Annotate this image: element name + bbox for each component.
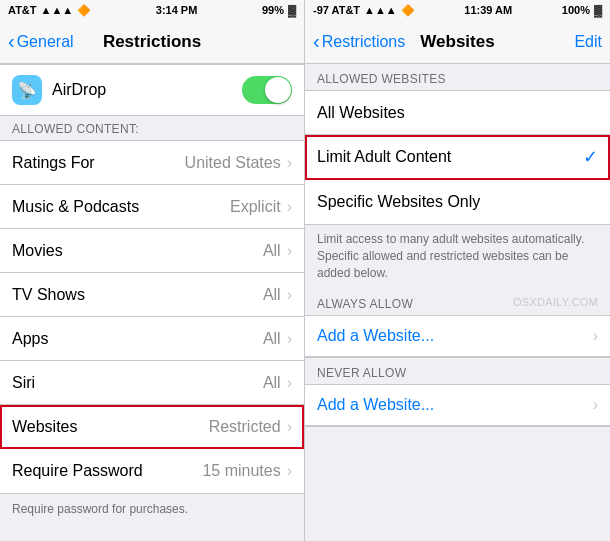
- wifi-icon: 🔶: [77, 4, 91, 17]
- website-options-list: All Websites Limit Adult Content ✓ Speci…: [305, 90, 610, 225]
- always-allow-section: Add a Website... ›: [305, 315, 610, 358]
- limit-adult-content-label: Limit Adult Content: [317, 148, 583, 166]
- apps-label: Apps: [12, 330, 263, 348]
- ratings-for-row[interactable]: Ratings For United States ›: [0, 141, 304, 185]
- right-time-display: 11:39 AM: [464, 4, 512, 16]
- websites-value: Restricted: [209, 418, 281, 436]
- right-battery-icon: ▓: [594, 4, 602, 16]
- tv-shows-row[interactable]: TV Shows All ›: [0, 273, 304, 317]
- require-password-chevron-icon: ›: [287, 462, 292, 480]
- always-allow-header-text: ALWAYS ALLOW: [317, 297, 413, 311]
- never-allow-header: NEVER ALLOW: [305, 358, 610, 384]
- right-nav-title: Websites: [420, 32, 494, 52]
- right-wifi-icon: 🔶: [401, 4, 415, 17]
- never-allow-chevron-icon: ›: [593, 396, 598, 414]
- movies-chevron-icon: ›: [287, 242, 292, 260]
- ratings-for-value: United States: [185, 154, 281, 172]
- never-allow-add-label: Add a Website...: [317, 396, 593, 414]
- left-status-bar: AT&T ▲▲▲ 🔶 3:14 PM 99% ▓: [0, 0, 304, 20]
- apps-chevron-icon: ›: [287, 330, 292, 348]
- music-podcasts-chevron-icon: ›: [287, 198, 292, 216]
- right-status-bar: -97 AT&T ▲▲▲ 🔶 11:39 AM 100% ▓: [305, 0, 610, 20]
- back-button[interactable]: ‹ General: [8, 30, 74, 53]
- movies-row[interactable]: Movies All ›: [0, 229, 304, 273]
- limit-adult-content-option[interactable]: Limit Adult Content ✓: [305, 135, 610, 180]
- checkmark-icon: ✓: [583, 146, 598, 168]
- limit-adult-description: Limit access to many adult websites auto…: [305, 225, 610, 289]
- toggle-knob: [265, 77, 291, 103]
- right-status-bar-right: 100% ▓: [562, 4, 602, 16]
- require-password-value: 15 minutes: [202, 462, 280, 480]
- tv-shows-value: All: [263, 286, 281, 304]
- back-chevron-icon: ‹: [8, 30, 15, 53]
- airdrop-label: AirDrop: [52, 81, 232, 99]
- all-websites-label: All Websites: [317, 104, 598, 122]
- left-nav-title: Restrictions: [103, 32, 201, 52]
- always-allow-chevron-icon: ›: [593, 327, 598, 345]
- siri-value: All: [263, 374, 281, 392]
- music-podcasts-row[interactable]: Music & Podcasts Explicit ›: [0, 185, 304, 229]
- time-display: 3:14 PM: [156, 4, 198, 16]
- tv-shows-chevron-icon: ›: [287, 286, 292, 304]
- airdrop-toggle[interactable]: [242, 76, 292, 104]
- apps-value: All: [263, 330, 281, 348]
- music-podcasts-label: Music & Podcasts: [12, 198, 230, 216]
- status-bar-right: 99% ▓: [262, 4, 296, 16]
- websites-chevron-icon: ›: [287, 418, 292, 436]
- apps-row[interactable]: Apps All ›: [0, 317, 304, 361]
- specific-websites-only-option[interactable]: Specific Websites Only: [305, 180, 610, 224]
- left-panel: AT&T ▲▲▲ 🔶 3:14 PM 99% ▓ ‹ General Restr…: [0, 0, 305, 541]
- right-nav-bar: ‹ Restrictions Websites Edit: [305, 20, 610, 64]
- watermark-text: osxdaily.com: [513, 296, 598, 308]
- signal-icon: ▲▲▲: [41, 4, 74, 16]
- allowed-content-list: Ratings For United States › Music & Podc…: [0, 140, 304, 494]
- right-back-button[interactable]: ‹ Restrictions: [313, 30, 405, 53]
- specific-websites-label: Specific Websites Only: [317, 193, 598, 211]
- movies-value: All: [263, 242, 281, 260]
- websites-label: Websites: [12, 418, 209, 436]
- right-signal-icon: ▲▲▲: [364, 4, 397, 16]
- right-panel: -97 AT&T ▲▲▲ 🔶 11:39 AM 100% ▓ ‹ Restric…: [305, 0, 610, 541]
- right-battery-text: 100%: [562, 4, 590, 16]
- music-podcasts-value: Explicit: [230, 198, 281, 216]
- carrier-text: AT&T: [8, 4, 37, 16]
- movies-label: Movies: [12, 242, 263, 260]
- never-allow-section: Add a Website... ›: [305, 384, 610, 427]
- back-label: General: [17, 33, 74, 51]
- always-allow-add-label: Add a Website...: [317, 327, 593, 345]
- right-back-chevron-icon: ‹: [313, 30, 320, 53]
- edit-button[interactable]: Edit: [574, 33, 602, 51]
- ratings-for-label: Ratings For: [12, 154, 185, 172]
- tv-shows-label: TV Shows: [12, 286, 263, 304]
- ratings-chevron-icon: ›: [287, 154, 292, 172]
- require-password-row[interactable]: Require Password 15 minutes ›: [0, 449, 304, 493]
- battery-text: 99%: [262, 4, 284, 16]
- status-bar-left: AT&T ▲▲▲ 🔶: [8, 4, 91, 17]
- allowed-websites-header: ALLOWED WEBSITES: [305, 64, 610, 90]
- left-nav-bar: ‹ General Restrictions: [0, 20, 304, 64]
- battery-icon: ▓: [288, 4, 296, 16]
- always-allow-add-website[interactable]: Add a Website... ›: [305, 316, 610, 357]
- never-allow-add-website[interactable]: Add a Website... ›: [305, 385, 610, 426]
- airdrop-icon: 📡: [12, 75, 42, 105]
- siri-chevron-icon: ›: [287, 374, 292, 392]
- all-websites-option[interactable]: All Websites: [305, 91, 610, 135]
- always-allow-header: ALWAYS ALLOW osxdaily.com: [305, 289, 610, 315]
- airdrop-row[interactable]: 📡 AirDrop: [0, 64, 304, 116]
- bottom-note: Require password for purchases.: [0, 494, 304, 524]
- right-status-bar-left: -97 AT&T ▲▲▲ 🔶: [313, 4, 415, 17]
- siri-label: Siri: [12, 374, 263, 392]
- siri-row[interactable]: Siri All ›: [0, 361, 304, 405]
- websites-row[interactable]: Websites Restricted ›: [0, 405, 304, 449]
- right-carrier-text: -97 AT&T: [313, 4, 360, 16]
- require-password-label: Require Password: [12, 462, 202, 480]
- right-back-label: Restrictions: [322, 33, 406, 51]
- allowed-content-header: ALLOWED CONTENT:: [0, 116, 304, 140]
